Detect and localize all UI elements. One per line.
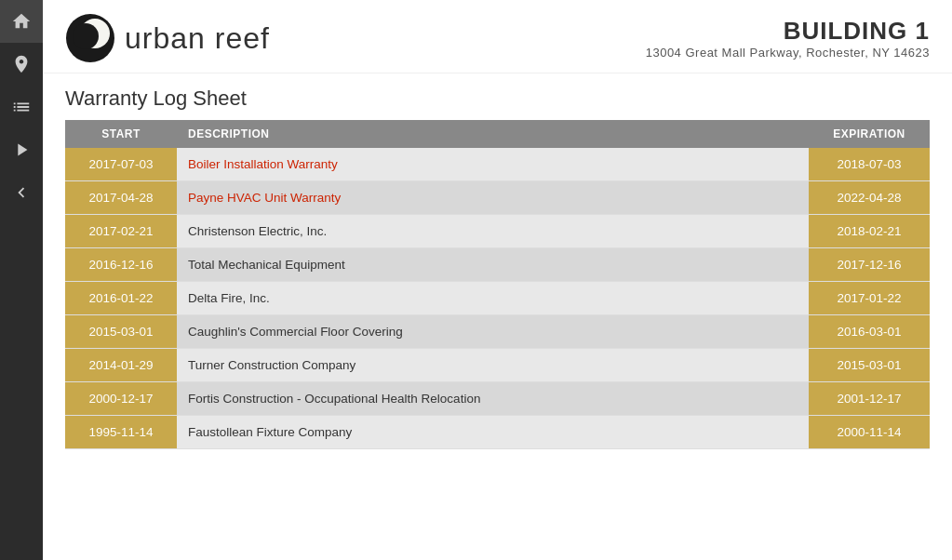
location-icon — [11, 54, 32, 74]
cell-expiration: 2001-12-17 — [809, 382, 930, 416]
sidebar-item-location[interactable] — [0, 43, 43, 86]
table-row[interactable]: 2016-01-22Delta Fire, Inc.2017-01-22 — [65, 282, 930, 315]
sidebar — [0, 0, 43, 560]
building-name: BUILDING 1 — [646, 17, 930, 46]
warranty-table: START DESCRIPTION EXPIRATION 2017-07-03B… — [65, 120, 930, 449]
cell-description: Faustollean Fixture Company — [177, 416, 809, 449]
cell-description: Total Mechanical Equipment — [177, 248, 809, 282]
cell-start: 2017-04-28 — [65, 181, 177, 215]
cell-start: 2000-12-17 — [65, 382, 177, 416]
cell-expiration: 2018-07-03 — [809, 148, 930, 181]
back-icon — [11, 182, 32, 203]
cell-expiration: 2017-12-16 — [809, 248, 930, 282]
cell-expiration: 2016-03-01 — [809, 315, 930, 349]
cell-expiration: 2018-02-21 — [809, 215, 930, 248]
cell-start: 2016-12-16 — [65, 248, 177, 282]
table-row[interactable]: 2017-07-03Boiler Installation Warranty20… — [65, 148, 930, 181]
table-row[interactable]: 2015-03-01Caughlin's Commercial Floor Co… — [65, 315, 930, 349]
cell-description: Payne HVAC Unit Warranty — [177, 181, 809, 215]
cell-description: Turner Construction Company — [177, 349, 809, 382]
cell-start: 2016-01-22 — [65, 282, 177, 315]
building-info: BUILDING 1 13004 Great Mall Parkway, Roc… — [646, 17, 930, 60]
cell-start: 1995-11-14 — [65, 416, 177, 449]
cell-start: 2015-03-01 — [65, 315, 177, 349]
sidebar-item-back[interactable] — [0, 171, 43, 214]
col-header-expiration: EXPIRATION — [809, 120, 930, 148]
logo-text: urban reef — [125, 21, 270, 56]
cell-expiration: 2000-11-14 — [809, 416, 930, 449]
cell-description: Christenson Electric, Inc. — [177, 215, 809, 248]
cell-start: 2014-01-29 — [65, 349, 177, 382]
col-header-description: DESCRIPTION — [177, 120, 809, 148]
table-header-row: START DESCRIPTION EXPIRATION — [65, 120, 930, 148]
col-header-start: START — [65, 120, 177, 148]
cell-expiration: 2022-04-28 — [809, 181, 930, 215]
table-row[interactable]: 2000-12-17Fortis Construction - Occupati… — [65, 382, 930, 416]
table-body: 2017-07-03Boiler Installation Warranty20… — [65, 148, 930, 449]
page-title: Warranty Log Sheet — [65, 87, 930, 111]
list-icon — [11, 97, 32, 117]
table-row[interactable]: 2017-02-21Christenson Electric, Inc.2018… — [65, 215, 930, 248]
warranty-table-container[interactable]: START DESCRIPTION EXPIRATION 2017-07-03B… — [43, 120, 952, 560]
table-row[interactable]: 2016-12-16Total Mechanical Equipment2017… — [65, 248, 930, 282]
home-icon — [11, 11, 32, 32]
cell-start: 2017-07-03 — [65, 148, 177, 181]
header: urban reef BUILDING 1 13004 Great Mall P… — [43, 0, 952, 73]
sidebar-item-home[interactable] — [0, 0, 43, 43]
cell-expiration: 2015-03-01 — [809, 349, 930, 382]
building-address: 13004 Great Mall Parkway, Rochester, NY … — [646, 46, 930, 60]
sidebar-item-list[interactable] — [0, 86, 43, 128]
table-row[interactable]: 2014-01-29Turner Construction Company201… — [65, 349, 930, 382]
logo-icon — [65, 13, 115, 63]
cell-description: Delta Fire, Inc. — [177, 282, 809, 315]
table-row[interactable]: 2017-04-28Payne HVAC Unit Warranty2022-0… — [65, 181, 930, 215]
svg-point-2 — [73, 23, 99, 49]
logo-area: urban reef — [65, 13, 270, 63]
cell-description: Boiler Installation Warranty — [177, 148, 809, 181]
cell-expiration: 2017-01-22 — [809, 282, 930, 315]
cell-start: 2017-02-21 — [65, 215, 177, 248]
main-content: urban reef BUILDING 1 13004 Great Mall P… — [43, 0, 952, 560]
table-row[interactable]: 1995-11-14Faustollean Fixture Company200… — [65, 416, 930, 449]
sidebar-item-play[interactable] — [0, 128, 43, 171]
play-icon — [11, 140, 32, 160]
cell-description: Fortis Construction - Occupational Healt… — [177, 382, 809, 416]
cell-description: Caughlin's Commercial Floor Covering — [177, 315, 809, 349]
page-title-area: Warranty Log Sheet — [43, 73, 952, 120]
